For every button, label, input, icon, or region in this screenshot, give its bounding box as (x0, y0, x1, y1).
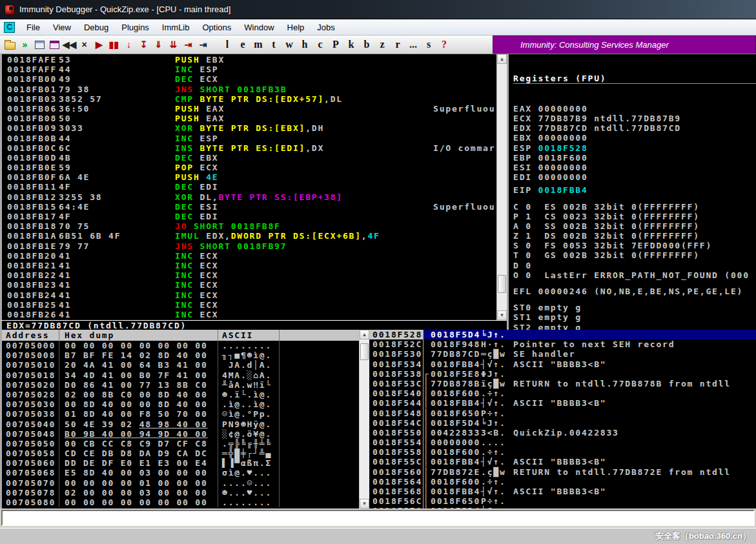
fpu-register-line[interactable]: ST0 empty g (513, 303, 756, 312)
toolbar-letter-button[interactable]: m (250, 39, 266, 50)
flag-line[interactable]: S 0 FS 0053 32bit 7EFDD000(FFF) (513, 241, 756, 250)
disasm-row[interactable]: 0018FB174FDEC EDI (2, 212, 496, 221)
stack-row[interactable]: 0018F52C0018F948H·↑.Pointer to next SEH … (369, 339, 756, 349)
cpu-window-menu-icon[interactable]: C (4, 22, 15, 33)
menu-plugins[interactable]: Plugins (115, 21, 156, 34)
disasm-row[interactable]: 0018FB0E59POP ECX (2, 163, 496, 172)
disasm-row[interactable]: 0018FB2441INC ECX (2, 290, 496, 300)
stack-row[interactable]: 0018F558│0018F600.÷↑. (369, 447, 756, 457)
stack-row[interactable]: 0018F53C│77DB878Bïç█wRETURN to ntdll.77D… (369, 379, 756, 388)
hexdump-row[interactable]: 0070504050 4E 39 02 48 98 40 00PN9☻Hÿ@. (2, 419, 359, 429)
toolbar-letter-button[interactable]: z (374, 39, 390, 50)
toolbar-letter-button[interactable]: e (235, 39, 250, 50)
stack-row[interactable]: 0018F548│0018F650P÷↑. (369, 408, 756, 418)
menu-options[interactable]: Options (196, 21, 238, 34)
flag-line[interactable]: A 0 SS 002B 32bit 0(FFFFFFFF) (513, 221, 756, 231)
hexdump-row[interactable]: 00705008B7 BF FE 14 02 8D 40 00╖┐■¶☻ì@. (2, 350, 359, 360)
scroll-down-button[interactable]: ▼ (497, 310, 507, 320)
register-line[interactable]: EBP 0018F600 (513, 153, 756, 163)
animate-into-button[interactable]: ⇓ (151, 37, 166, 52)
toolbar-letter-button[interactable]: k (343, 39, 359, 50)
stack-row[interactable]: 0018F538┌0018F5E8ΦJ↑. (369, 369, 756, 379)
stack-row[interactable]: 0018F56C│0018F650P÷↑. (369, 496, 756, 506)
toolbar-letter-button[interactable]: l (220, 39, 235, 50)
disasm-row[interactable]: 0018FB1564:4EDEC ESISuperfluou (2, 202, 496, 212)
stack-row[interactable]: 0018F53077DB87CD═ç█wSE handler (369, 349, 756, 359)
fpu-register-line[interactable]: ST1 empty g (513, 312, 756, 322)
disasm-row[interactable]: 0018FB2041INC ECX (2, 251, 496, 261)
menu-immlib[interactable]: ImmLib (156, 21, 196, 34)
disasm-row[interactable]: 0018FB2641INC ECX (2, 310, 496, 319)
disasm-row[interactable]: 0018FB114FDEC EDI (2, 182, 496, 192)
toolbar-letter-button[interactable]: h (297, 39, 312, 50)
menu-jobs[interactable]: Jobs (311, 21, 341, 34)
disasm-row[interactable]: 0018FB0049DEC ECX (2, 74, 496, 84)
disasm-row[interactable]: 0018FB0D4BDEC EBX (2, 153, 496, 163)
execute-till-return-button[interactable]: ⇥ (181, 37, 196, 52)
menu-help[interactable]: Help (281, 21, 311, 34)
scroll-thumb[interactable] (360, 343, 369, 360)
stack-row[interactable]: 0018F554│00000000.... (369, 438, 756, 447)
hexdump-row[interactable]: 0070501834 4D 41 00 B0 7F 41 004MA.░⌂A. (2, 370, 359, 380)
hexdump-row[interactable]: 0070503801 8D 40 00 F8 50 70 00☺ì@.°Pp. (2, 409, 359, 419)
stack-row[interactable]: 0018F55C│0018FBB4┤√↑.ASCII "BBBB3<B" (369, 457, 756, 467)
hexdump-row[interactable]: 0070501020 4A 41 00 64 B3 41 00 JA.d│A. (2, 360, 359, 370)
scroll-down-button[interactable]: ▼ (360, 499, 369, 509)
close-process-button[interactable]: × (77, 37, 92, 52)
stack-row[interactable]: 0018F564│0018F600.÷↑. (369, 477, 756, 487)
hexdump-row[interactable]: 0070503000 8D 40 00 00 8D 40 00.ì@..ì@. (2, 399, 359, 409)
hexdump-row[interactable]: 00705068E5 8D 40 00 03 00 00 00σì@.♥... (2, 468, 359, 478)
toolbar-letter-button[interactable]: r (390, 39, 405, 50)
disasm-row[interactable]: 0018FB093033XOR BYTE PTR DS:[EBX],DH (2, 123, 496, 133)
execute-till-user-button[interactable]: ⇥ (196, 37, 210, 52)
log-window-button[interactable] (32, 37, 47, 52)
toolbar-letter-button[interactable]: w (281, 39, 297, 50)
disasm-row[interactable]: 0018FB0C6CINS BYTE PTR ES:[EDI],DXI/O co… (2, 143, 496, 153)
toolbar-letter-button[interactable]: c (312, 39, 328, 50)
hexdump-row[interactable]: 00705058CD CE DB D8 DA D9 CA DC═╬█╪┌┘╩▄ (2, 448, 359, 458)
toolbar-letter-button[interactable]: P (328, 39, 343, 50)
toolbar-letter-button[interactable]: ... (405, 39, 421, 50)
disasm-row[interactable]: 0018FB0F6A 4EPUSH 4E (2, 172, 496, 182)
disasm-row[interactable]: 0018FB123255 38XOR DL,BYTE PTR SS:[EBP+3… (2, 192, 496, 202)
hexdump-row[interactable]: 0070505000 CB CC C8 C9 D7 CF C8.╦╠╚╔╫╧╚ (2, 439, 359, 448)
toolbar-letter-button[interactable]: s (421, 39, 436, 50)
scroll-up-button[interactable]: ▲ (497, 54, 507, 64)
toolbar-letter-button[interactable]: ? (436, 39, 452, 50)
register-line[interactable]: ESI 00000000 (513, 163, 756, 172)
animate-over-button[interactable]: ⇊ (166, 37, 181, 52)
toolbar-letter-button[interactable]: t (266, 39, 281, 50)
stack-row[interactable]: 0018F560│77DB872E.ç█wRETURN to ntdll.77D… (369, 467, 756, 477)
hexdump-row[interactable]: 0070507000 00 00 00 01 00 00 00....☺... (2, 478, 359, 488)
menu-file[interactable]: File (20, 21, 46, 34)
disasm-row[interactable]: 0018FB2341INC ECX (2, 280, 496, 290)
hexdump-row[interactable]: 0070500000 00 00 00 00 00 00 00........ (2, 341, 359, 350)
disasm-row[interactable]: 0018FB2141INC ECX (2, 261, 496, 270)
hexdump-scrollbar[interactable]: ▲ ▼ (359, 330, 369, 509)
restart-button[interactable]: » (17, 37, 32, 52)
open-file-button[interactable] (3, 37, 17, 52)
hexdump-row[interactable]: 0070502802 00 8B C0 00 8D 40 00☻.ï└.ì@. (2, 390, 359, 399)
disasm-row[interactable]: 0018FB2241INC ECX (2, 270, 496, 280)
register-line[interactable]: EBX 00000000 (513, 133, 756, 143)
disasm-row[interactable]: 0018FB2541INC ECX (2, 300, 496, 310)
stack-row[interactable]: 0018F568│0018FBB4┤√↑.ASCII "BBBB3<B" (369, 487, 756, 496)
flag-line[interactable]: T 0 GS 002B 32bit 0(FFFFFFFF) (513, 250, 756, 260)
disasm-row[interactable]: 0018FB0850PUSH EAX (2, 114, 496, 123)
scroll-thumb[interactable] (498, 275, 506, 293)
disasm-row[interactable]: 0018FAFE53PUSH EBX (2, 55, 496, 65)
register-line-eip[interactable]: EIP 0018FBB4 (513, 185, 756, 195)
flag-line[interactable]: Z 1 DS 002B 32bit 0(FFFFFFFF) (513, 231, 756, 241)
flag-line[interactable]: O 0 LastErr ERROR_PATH_NOT_FOUND (000 (513, 270, 756, 280)
stack-row[interactable]: 0018F544│0018FBB4┤√↑.ASCII "BBBB3<B" (369, 398, 756, 408)
hexdump-row[interactable]: 00705048B0 9B 40 00 94 9D 40 00░¢@.ö¥@. (2, 429, 359, 439)
register-line[interactable]: EDX 77DB87CD ntdll.77DB87CD (513, 123, 756, 133)
hexdump-row[interactable]: 00705020D0 86 41 00 77 13 8B C0╨åA.w‼ï└ (2, 380, 359, 390)
flag-line[interactable]: D 0 (513, 261, 756, 270)
register-line[interactable]: EAX 00000000 (513, 104, 756, 114)
step-into-button[interactable]: ↓ (121, 37, 136, 52)
run-button[interactable]: ▶ (92, 37, 107, 52)
wind-back-button[interactable]: ◀◀ (62, 37, 77, 52)
disasm-row[interactable]: 0018FB0B44INC ESP (2, 134, 496, 143)
stack-row[interactable]: 0018F540│0018F600.÷↑. (369, 388, 756, 398)
